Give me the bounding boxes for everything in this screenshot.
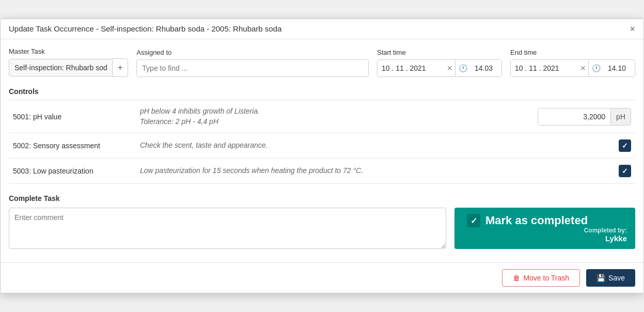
end-time-input[interactable]: [604, 60, 635, 76]
add-master-task-button[interactable]: +: [112, 58, 128, 77]
save-label: Save: [608, 274, 625, 282]
modal-body: Master Task + Assigned to Start time ✕ 🕐: [1, 39, 643, 262]
sensory-checkbox-area: [619, 139, 631, 152]
comment-textarea[interactable]: [9, 208, 446, 249]
completed-by-name: Lykke: [584, 234, 627, 243]
ph-input-row: pH: [538, 108, 631, 126]
control-name-ph: 5001: pH value: [13, 113, 132, 121]
start-time-label: Start time: [377, 49, 502, 56]
modal-title: Update Task Occurrence - Self-inspection…: [9, 24, 281, 33]
control-name-sensory: 5002: Sensory assessment: [13, 142, 132, 150]
control-desc-ph: pH below 4 inhibits growth of Listeria.T…: [140, 106, 529, 127]
master-task-input-row: +: [9, 58, 128, 77]
controls-section: Controls 5001: pH value pH below 4 inhib…: [9, 87, 635, 184]
ph-input-area: pH: [538, 108, 631, 126]
modal: Update Task Occurrence - Self-inspection…: [0, 19, 644, 293]
start-datetime-input-row: ✕ 🕐: [377, 59, 502, 77]
save-button[interactable]: 💾 Save: [586, 269, 635, 287]
mark-completed-button[interactable]: Mark as completed Completed by: Lykke: [454, 208, 635, 249]
modal-footer: 🗑 Move to Trash 💾 Save: [1, 262, 643, 293]
complete-task-label: Complete Task: [9, 194, 635, 202]
completed-by-info: Completed by: Lykke: [584, 227, 627, 243]
complete-task-row: Mark as completed Completed by: Lykke: [9, 208, 635, 249]
control-row-pasteurization: 5003: Low pasteurization Low pasteurizat…: [9, 159, 635, 184]
start-date-clear-button[interactable]: ✕: [445, 64, 455, 72]
mark-check-icon: [467, 214, 480, 227]
completed-by-label: Completed by:: [584, 227, 627, 234]
master-task-input[interactable]: [9, 59, 112, 76]
controls-section-label: Controls: [9, 87, 635, 100]
complete-task-section: Complete Task Mark as completed Complete…: [9, 194, 635, 249]
assigned-to-field: Assigned to: [136, 49, 369, 77]
sensory-checkbox[interactable]: [619, 139, 631, 152]
move-to-trash-button[interactable]: 🗑 Move to Trash: [502, 269, 580, 287]
assigned-to-label: Assigned to: [136, 49, 369, 56]
end-time-field: End time ✕ 🕐: [510, 49, 635, 77]
end-time-label: End time: [510, 49, 635, 56]
end-date-input[interactable]: [511, 60, 578, 76]
master-task-label: Master Task: [9, 48, 128, 55]
modal-header: Update Task Occurrence - Self-inspection…: [1, 19, 643, 39]
ph-value-input[interactable]: [538, 108, 610, 125]
start-date-input[interactable]: [378, 60, 445, 76]
control-desc-sensory: Check the scent, taste and appearance.: [140, 141, 610, 151]
control-row-sensory: 5002: Sensory assessment Check the scent…: [9, 133, 635, 159]
close-button[interactable]: ×: [630, 24, 635, 34]
mark-completed-label: Mark as completed: [485, 214, 588, 227]
control-desc-pasteurization: Low pasteurization for 15 seconds when h…: [140, 166, 610, 176]
start-time-field: Start time ✕ 🕐: [377, 49, 502, 77]
end-datetime-input-row: ✕ 🕐: [510, 59, 635, 77]
save-icon: 💾: [596, 274, 605, 282]
pasteurization-checkbox-area: [619, 165, 631, 177]
clock-icon-2: 🕐: [589, 64, 604, 72]
start-time-input[interactable]: [470, 60, 501, 76]
trash-icon: 🗑: [513, 274, 520, 282]
control-row-ph: 5001: pH value pH below 4 inhibits growt…: [9, 100, 635, 133]
trash-label: Move to Trash: [523, 274, 569, 282]
pasteurization-checkbox[interactable]: [619, 165, 631, 177]
assigned-to-input[interactable]: [136, 59, 369, 77]
mark-completed-inner: Mark as completed: [467, 214, 588, 227]
ph-unit-label: pH: [610, 108, 631, 125]
end-date-clear-button[interactable]: ✕: [578, 64, 588, 72]
control-name-pasteurization: 5003: Low pasteurization: [13, 167, 132, 175]
master-task-field: Master Task +: [9, 48, 128, 77]
form-row: Master Task + Assigned to Start time ✕ 🕐: [9, 48, 635, 77]
clock-icon: 🕐: [455, 64, 470, 72]
